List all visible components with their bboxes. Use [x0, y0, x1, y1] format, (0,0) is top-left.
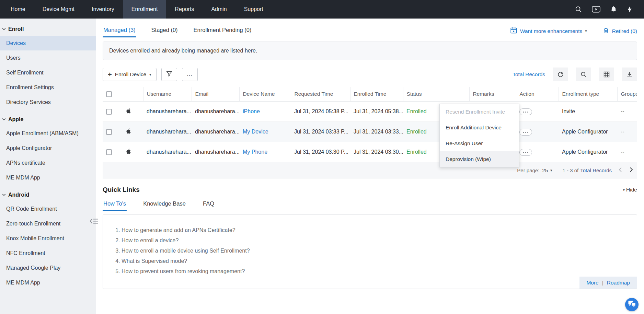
cell-enrolled-time: Jul 31, 2024 03:30...	[350, 142, 403, 162]
column-header-enrolled-time[interactable]: Enrolled Time	[350, 87, 403, 102]
nav-item-reports[interactable]: Reports	[166, 0, 203, 19]
sidebar-item-me-mdm-app-apple[interactable]: ME MDM App	[0, 170, 96, 185]
column-header-username[interactable]: Username	[143, 87, 192, 102]
sidebar-item-devices[interactable]: Devices	[0, 36, 96, 50]
cell-username: dhanusharehara...	[143, 142, 192, 162]
trash-icon	[603, 27, 609, 35]
sidebar-item-me-mdm-app-android[interactable]: ME MDM App	[0, 275, 96, 290]
chevron-down-icon	[2, 26, 6, 32]
status-badge: Enrolled	[406, 108, 427, 114]
how-to-link[interactable]: How to enroll a mobile device using Self…	[122, 248, 637, 254]
sidebar-section-apple[interactable]: Apple	[0, 112, 96, 126]
table-row[interactable]: dhanusharehara... dhanusharehara... iPho…	[103, 102, 637, 122]
how-to-link[interactable]: What is Supervised mode?	[122, 258, 637, 264]
sidebar-item-apple-enrollment[interactable]: Apple Enrollment (ABM/ASM)	[0, 126, 96, 141]
tab-how-tos[interactable]: How To's	[103, 199, 127, 212]
menu-item-re-assign-user[interactable]: Re-Assign User	[440, 136, 519, 151]
next-page-button[interactable]	[629, 166, 634, 175]
cell-email: dhanusharehara...	[192, 142, 239, 162]
nav-item-enrollment[interactable]: Enrollment	[123, 0, 166, 19]
enroll-device-label: Enroll Device	[115, 71, 146, 78]
device-name-link[interactable]: iPhone	[243, 108, 260, 114]
toolbar-right-group: Total Records	[513, 68, 637, 81]
info-banner: Devices enrolled and already being manag…	[103, 42, 637, 60]
hide-quick-links-button[interactable]: ▾ Hide	[623, 187, 637, 193]
sidebar-item-zero-touch-enrollment[interactable]: Zero-touch Enrollment	[0, 216, 96, 231]
row-checkbox[interactable]	[106, 129, 112, 135]
tab-enrollment-pending[interactable]: Enrollment Pending (0)	[193, 25, 252, 39]
download-export-button[interactable]	[622, 68, 637, 81]
sidebar-item-knox-mobile-enrollment[interactable]: Knox Mobile Enrollment	[0, 231, 96, 246]
tab-faq[interactable]: FAQ	[202, 199, 215, 212]
whats-new-flash-icon[interactable]	[627, 5, 632, 13]
sidebar-item-users[interactable]: Users	[0, 50, 96, 65]
nav-item-home[interactable]: Home	[2, 0, 34, 19]
select-all-checkbox[interactable]	[106, 91, 112, 97]
sidebar-item-apns-certificate[interactable]: APNs certificate	[0, 155, 96, 170]
column-header-action[interactable]: Action	[516, 87, 559, 102]
notifications-bell-icon[interactable]	[610, 5, 617, 13]
chat-support-button[interactable]	[625, 298, 639, 311]
enroll-device-button[interactable]: + Enroll Device ▾	[103, 68, 157, 81]
filter-button[interactable]	[161, 68, 177, 81]
sidebar-item-enrollment-settings[interactable]: Enrollment Settings	[0, 80, 96, 95]
column-header-requested-time[interactable]: Requested Time	[291, 87, 350, 102]
nav-item-admin[interactable]: Admin	[203, 0, 235, 19]
chevron-down-icon	[2, 192, 6, 198]
menu-item-enroll-additional-device[interactable]: Enroll Additional Device	[440, 120, 519, 136]
nav-item-inventory[interactable]: Inventory	[83, 0, 123, 19]
row-actions-button[interactable]	[519, 149, 532, 156]
sidebar-item-nfc-enrollment[interactable]: NFC Enrollment	[0, 246, 96, 260]
search-icon[interactable]	[575, 5, 582, 13]
table-search-button[interactable]	[576, 68, 591, 81]
apple-logo-icon	[125, 110, 132, 116]
row-checkbox[interactable]	[106, 109, 112, 115]
sidebar-section-enroll[interactable]: Enroll	[0, 22, 96, 36]
ellipsis-icon: ...	[187, 71, 193, 78]
refresh-button[interactable]	[553, 68, 568, 81]
row-checkbox[interactable]	[106, 149, 112, 155]
apple-logo-icon	[125, 150, 132, 156]
total-records-link[interactable]: Total Records	[513, 71, 545, 78]
per-page-select[interactable]: 25 ▾	[542, 167, 552, 173]
device-name-link[interactable]: My Phone	[243, 149, 267, 155]
column-header-email[interactable]: Email	[192, 87, 239, 102]
sidebar-item-directory-services[interactable]: Directory Services	[0, 95, 96, 109]
table-row[interactable]: dhanusharehara... dhanusharehara... My D…	[103, 122, 637, 142]
more-link[interactable]: More	[586, 280, 598, 286]
row-actions-button[interactable]	[519, 108, 532, 115]
top-navbar: Home Device Mgmt Inventory Enrollment Re…	[0, 0, 644, 19]
nav-item-device-mgmt[interactable]: Device Mgmt	[34, 0, 83, 19]
more-actions-button[interactable]: ...	[182, 68, 198, 81]
how-to-link[interactable]: How to prevent users from revoking manag…	[122, 268, 637, 275]
column-header-status[interactable]: Status	[403, 87, 469, 102]
menu-item-deprovision-wipe[interactable]: Deprovision (Wipe)	[440, 151, 519, 167]
roadmap-link[interactable]: Roadmap	[607, 280, 630, 286]
column-chooser-grid-icon[interactable]	[599, 68, 614, 81]
retired-link[interactable]: Retired (0)	[603, 27, 637, 35]
tab-staged[interactable]: Staged (0)	[151, 25, 179, 39]
tab-managed[interactable]: Managed (3)	[103, 25, 136, 39]
sidebar-item-apple-configurator[interactable]: Apple Configurator	[0, 141, 96, 155]
device-name-link[interactable]: My Device	[243, 129, 268, 135]
how-to-link[interactable]: How to generate and add an APNs Certific…	[122, 227, 637, 233]
column-header-groups[interactable]: Groups	[617, 87, 637, 102]
sidebar-item-self-enrollment[interactable]: Self Enrollment	[0, 65, 96, 80]
sidebar-item-managed-google-play[interactable]: Managed Google Play	[0, 260, 96, 275]
sidebar-section-android[interactable]: Android	[0, 188, 96, 201]
column-header-device-name[interactable]: Device Name	[239, 87, 291, 102]
sidebar-item-qr-code-enrollment[interactable]: QR Code Enrollment	[0, 201, 96, 216]
want-more-enhancements-link[interactable]: Want more enhancements ▾	[510, 27, 587, 35]
row-actions-button[interactable]	[519, 129, 532, 136]
video-tutorials-icon[interactable]	[592, 6, 600, 13]
previous-page-button[interactable]	[617, 166, 623, 175]
sidebar-collapse-icon[interactable]	[89, 218, 99, 226]
tab-knowledge-base[interactable]: Knowledge Base	[142, 199, 186, 212]
nav-item-support[interactable]: Support	[235, 0, 272, 19]
how-to-link[interactable]: How to enroll a device?	[122, 237, 637, 244]
pagination-total-records-link[interactable]: Total Records	[580, 167, 612, 173]
column-header-remarks[interactable]: Remarks	[469, 87, 516, 102]
cell-groups: --	[617, 142, 637, 162]
column-header-enrollment-type[interactable]: Enrollment type	[559, 87, 617, 102]
table-row[interactable]: dhanusharehara... dhanusharehara... My P…	[103, 142, 637, 162]
